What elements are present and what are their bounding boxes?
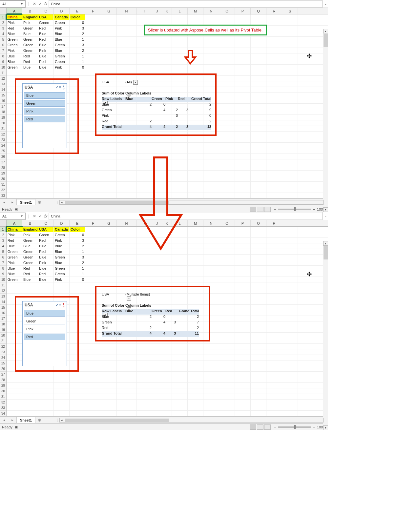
cell-7-3[interactable]: Pink [38,260,54,265]
cell-9-5[interactable]: 1 [70,59,85,64]
fx-icon[interactable]: fx [44,2,47,6]
cell-33-19[interactable] [282,405,298,410]
cell-8-8[interactable] [117,53,136,59]
cell-21-18[interactable] [266,338,282,343]
cell-32-12[interactable] [172,400,188,405]
cell-11-5[interactable] [70,70,85,75]
check-icon[interactable]: ✓ [39,2,42,6]
cell-28-10[interactable] [152,377,162,382]
cell-23-10[interactable] [152,137,162,142]
cell-19-15[interactable] [219,115,235,120]
cell-3-8[interactable] [117,26,136,31]
cell-8-15[interactable] [219,53,235,59]
cell-12-16[interactable] [235,76,251,81]
cell-25-9[interactable] [136,360,152,366]
cell-2-19[interactable] [282,20,298,25]
cell-1-1[interactable]: China [7,227,22,232]
cell-19-16[interactable] [235,115,251,120]
cell-2-3[interactable]: Green [38,232,54,237]
cell-33-5[interactable] [70,405,85,410]
cell-24-15[interactable] [219,143,235,148]
cell-9-15[interactable] [219,59,235,64]
row-header-7[interactable]: 7 [0,48,6,53]
cell-24-17[interactable] [251,355,266,360]
multiselect-icon[interactable]: ✓≡ [55,303,61,307]
cell-32-8[interactable] [117,400,136,405]
cell-6-1[interactable]: Green [7,42,22,48]
cell-29-1[interactable] [7,383,22,388]
cell-27-6[interactable] [85,159,101,165]
cell-28-4[interactable] [54,377,70,382]
cell-15-15[interactable] [219,305,235,310]
vscroll-thumb[interactable] [324,34,328,47]
cell-31-15[interactable] [219,182,235,187]
page-layout-view-button[interactable] [257,424,263,430]
cell-22-18[interactable] [266,344,282,349]
macro-record-icon[interactable]: ▣ [14,425,18,429]
cell-25-2[interactable] [22,148,38,154]
cell-18-17[interactable] [251,321,266,327]
cell-11-16[interactable] [235,70,251,75]
cell-23-12[interactable] [172,137,188,142]
cell-27-19[interactable] [282,159,298,165]
cell-27-17[interactable] [251,372,266,377]
cell-5-6[interactable] [85,37,101,42]
cell-10-13[interactable] [188,277,203,282]
hscroll-track[interactable] [64,418,324,422]
cell-28-12[interactable] [172,377,188,382]
cell-6-15[interactable] [219,42,235,48]
cell-28-2[interactable] [22,377,38,382]
cell-1-16[interactable] [235,14,251,20]
cell-30-1[interactable] [7,176,22,181]
cell-16-18[interactable] [266,98,282,103]
cell-28-17[interactable] [251,165,266,170]
cell-20-17[interactable] [251,120,266,126]
cell-30-8[interactable] [117,176,136,181]
cell-22-15[interactable] [219,344,235,349]
cell-27-16[interactable] [235,159,251,165]
cell-2-7[interactable] [101,232,117,237]
cell-30-7[interactable] [101,176,117,181]
vertical-scrollbar[interactable]: ▴ ▾ [323,29,328,212]
cell-12-18[interactable] [266,288,282,293]
cell-22-17[interactable] [251,344,266,349]
cell-31-16[interactable] [235,182,251,187]
cell-25-4[interactable] [54,148,70,154]
cell-30-14[interactable] [203,176,219,181]
cell-33-13[interactable] [188,405,203,410]
cell-23-1[interactable] [7,137,22,142]
cell-9-9[interactable] [136,59,152,64]
cell-31-1[interactable] [7,394,22,399]
cell-2-5[interactable]: 0 [70,232,85,237]
cell-8-4[interactable]: Green [54,266,70,271]
cell-11-10[interactable] [152,282,162,288]
column-header-H[interactable]: H [117,8,136,14]
cell-9-14[interactable] [203,59,219,64]
cell-22-12[interactable] [172,132,188,137]
cell-1-19[interactable] [282,14,298,20]
cell-25-11[interactable] [162,360,172,366]
cell-26-13[interactable] [188,366,203,371]
cell-1-8[interactable] [117,14,136,20]
cell-7-10[interactable] [152,260,162,265]
cell-22-11[interactable] [162,132,172,137]
cell-12-17[interactable] [251,76,266,81]
slicer-usa[interactable]: USA ✓≡ ⟆ BlueGreenPinkRed [22,83,67,148]
cell-6-5[interactable]: 3 [70,42,85,48]
cell-1-18[interactable] [266,227,282,232]
cell-25-7[interactable] [101,360,117,366]
cell-15-17[interactable] [251,93,266,98]
cell-9-6[interactable] [85,271,101,277]
column-header-L[interactable]: L [172,8,188,14]
cell-32-15[interactable] [219,400,235,405]
cell-5-9[interactable] [136,37,152,42]
cell-27-6[interactable] [85,372,101,377]
cell-24-8[interactable] [117,143,136,148]
cell-34-4[interactable] [54,411,70,416]
column-header-A[interactable]: A [7,220,22,226]
row-header-33[interactable]: 33 [0,193,6,198]
cell-26-10[interactable] [152,366,162,371]
cell-28-15[interactable] [219,377,235,382]
cell-28-7[interactable] [101,165,117,170]
cell-10-3[interactable]: Blue [38,65,54,70]
